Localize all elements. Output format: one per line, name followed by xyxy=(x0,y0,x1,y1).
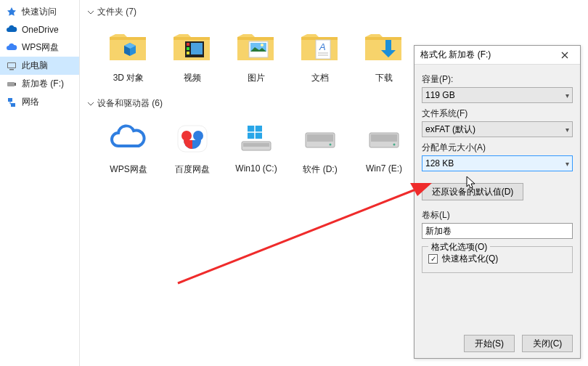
filesystem-label: 文件系统(F) xyxy=(422,107,573,120)
cloud-drive-icon xyxy=(107,117,150,160)
network-icon xyxy=(6,97,17,108)
drive-icon xyxy=(298,117,342,160)
svg-rect-31 xyxy=(371,134,397,142)
svg-text:A: A xyxy=(319,41,326,52)
item-label: 下载 xyxy=(375,72,393,84)
folder-icon: A xyxy=(298,25,342,69)
folder-icon xyxy=(234,25,278,69)
sidebar-item-quickaccess[interactable]: 快速访问 xyxy=(0,3,79,21)
drive-wps[interactable]: WPS网盘 xyxy=(100,117,157,176)
folder-downloads[interactable]: 下载 xyxy=(356,25,412,84)
baidu-icon xyxy=(171,117,214,160)
volume-label-input[interactable] xyxy=(422,223,573,239)
folder-documents[interactable]: A 文档 xyxy=(292,25,348,84)
svg-point-32 xyxy=(393,144,396,146)
folder-icon xyxy=(171,25,214,69)
item-label: 视频 xyxy=(184,72,201,84)
drive-c[interactable]: Win10 (C:) xyxy=(228,117,285,176)
start-button[interactable]: 开始(S) xyxy=(464,335,515,352)
folder-videos[interactable]: 视频 xyxy=(164,25,221,84)
item-label: 百度网盘 xyxy=(175,163,210,176)
svg-rect-9 xyxy=(187,47,189,50)
item-label: 软件 (D:) xyxy=(303,163,337,176)
svg-rect-28 xyxy=(307,134,333,142)
quick-format-checkbox[interactable]: ✓ xyxy=(428,254,438,264)
item-label: WPS网盘 xyxy=(110,163,147,176)
close-button[interactable] xyxy=(554,47,576,63)
allocation-select[interactable]: 128 KB ▾ xyxy=(422,155,573,171)
format-dialog: 格式化 新加卷 (F:) 容量(P): 119 GB ▾ 文件系统(F) exF… xyxy=(414,45,581,359)
dialog-title: 格式化 新加卷 (F:) xyxy=(420,49,491,61)
sidebar-item-volume-f[interactable]: 新加卷 (F:) xyxy=(0,75,79,93)
close-icon xyxy=(561,52,568,59)
svg-rect-10 xyxy=(187,52,189,54)
format-options-label: 格式化选项(O) xyxy=(428,241,490,253)
folder-icon xyxy=(362,25,406,69)
folder-icon xyxy=(107,25,150,69)
item-label: 3D 对象 xyxy=(113,72,144,84)
svg-rect-5 xyxy=(8,98,12,102)
svg-rect-26 xyxy=(243,143,269,147)
windows-drive-icon xyxy=(234,117,278,160)
sidebar-item-label: 新加卷 (F:) xyxy=(22,78,64,90)
drive-e[interactable]: Win7 (E:) xyxy=(356,117,412,176)
svg-point-14 xyxy=(261,44,264,46)
format-options-group: 格式化选项(O) ✓ 快速格式化(Q) xyxy=(422,246,573,273)
sidebar-item-label: 快速访问 xyxy=(22,6,57,18)
restore-defaults-button[interactable]: 还原设备的默认值(D) xyxy=(422,183,523,200)
star-icon xyxy=(6,7,17,18)
svg-rect-4 xyxy=(15,83,16,86)
allocation-value: 128 KB xyxy=(425,158,454,168)
allocation-label: 分配单元大小(A) xyxy=(422,142,573,154)
dialog-titlebar: 格式化 新加卷 (F:) xyxy=(415,46,580,65)
svg-rect-8 xyxy=(187,43,189,46)
chevron-down-icon xyxy=(87,9,94,16)
item-label: 图片 xyxy=(248,72,265,84)
drive-baidu[interactable]: 百度网盘 xyxy=(164,117,221,176)
sidebar-item-label: 网络 xyxy=(22,96,39,108)
chevron-down-icon: ▾ xyxy=(565,160,569,168)
sidebar-item-wps[interactable]: WPS网盘 xyxy=(0,38,79,57)
start-label: 开始(S) xyxy=(475,338,504,350)
sidebar-item-onedrive[interactable]: OneDrive xyxy=(0,21,79,38)
computer-icon xyxy=(6,60,17,72)
capacity-select[interactable]: 119 GB ▾ xyxy=(422,87,573,103)
drive-d[interactable]: 软件 (D:) xyxy=(292,117,348,176)
cloud-icon xyxy=(6,24,17,36)
dialog-body: 容量(P): 119 GB ▾ 文件系统(F) exFAT (默认) ▾ 分配单… xyxy=(415,65,580,329)
svg-rect-3 xyxy=(7,82,15,86)
restore-defaults-label: 还原设备的默认值(D) xyxy=(432,186,514,198)
drive-icon xyxy=(362,117,406,160)
usb-drive-icon xyxy=(6,78,17,90)
dialog-footer: 开始(S) 关闭(C) xyxy=(415,329,580,358)
svg-rect-1 xyxy=(8,63,15,68)
svg-rect-11 xyxy=(191,43,203,54)
chevron-down-icon xyxy=(87,100,94,107)
section-header-folders[interactable]: 文件夹 (7) xyxy=(87,3,581,21)
sidebar-item-thispc[interactable]: 此电脑 xyxy=(0,57,79,75)
svg-point-29 xyxy=(330,144,332,146)
svg-point-20 xyxy=(181,131,192,141)
cloud-icon xyxy=(6,42,17,54)
section-title: 文件夹 (7) xyxy=(97,6,136,18)
sidebar: 快速访问 OneDrive WPS网盘 此电脑 新加卷 (F:) 网络 xyxy=(0,0,80,366)
sidebar-item-network[interactable]: 网络 xyxy=(0,93,79,111)
folder-3dobjects[interactable]: 3D 对象 xyxy=(100,25,157,84)
folder-pictures[interactable]: 图片 xyxy=(228,25,285,84)
sidebar-item-label: OneDrive xyxy=(22,25,59,35)
section-title: 设备和驱动器 (6) xyxy=(97,97,163,110)
sidebar-item-label: WPS网盘 xyxy=(22,41,59,54)
quick-format-label: 快速格式化(Q) xyxy=(442,253,498,265)
close-dialog-button[interactable]: 关闭(C) xyxy=(522,335,573,352)
capacity-label: 容量(P): xyxy=(422,73,573,86)
filesystem-select[interactable]: exFAT (默认) ▾ xyxy=(422,121,573,137)
item-label: Win10 (C:) xyxy=(235,163,277,174)
item-label: Win7 (E:) xyxy=(366,163,402,174)
filesystem-value: exFAT (默认) xyxy=(425,123,475,136)
svg-rect-2 xyxy=(9,69,14,70)
close-label: 关闭(C) xyxy=(533,338,563,350)
volume-label-label: 卷标(L) xyxy=(422,209,573,221)
capacity-value: 119 GB xyxy=(425,90,455,100)
chevron-down-icon: ▾ xyxy=(565,92,569,99)
item-label: 文档 xyxy=(311,72,329,84)
